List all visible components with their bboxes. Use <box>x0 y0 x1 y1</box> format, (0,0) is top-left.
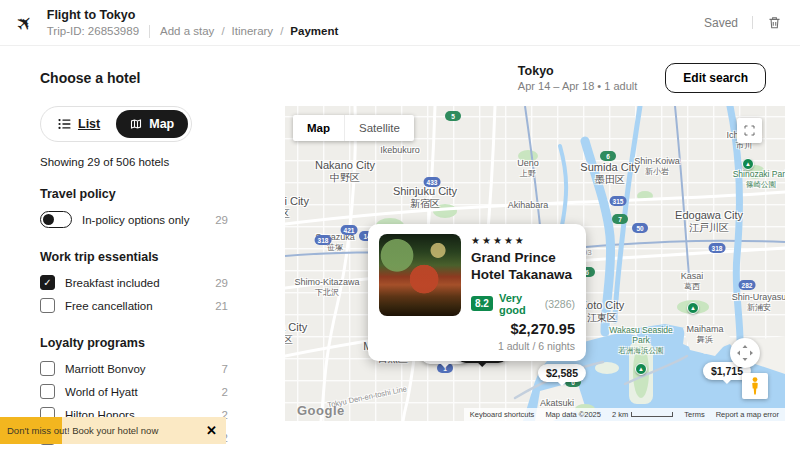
map-type-map-button[interactable]: Map <box>293 115 344 141</box>
star-rating: ★★★★★ <box>471 236 575 246</box>
filter-label: Free cancellation <box>65 300 153 312</box>
view-toggle: List Map <box>40 106 192 142</box>
fullscreen-icon[interactable] <box>737 118 762 143</box>
route-shield: 315 <box>610 196 627 206</box>
route-shield: 282 <box>739 280 756 290</box>
checkbox-checked[interactable]: ✓ <box>40 275 55 290</box>
keyboard-shortcuts-link[interactable]: Keyboard shortcuts <box>470 410 535 419</box>
map-scale: 2 km <box>612 410 673 419</box>
list-icon <box>58 118 71 130</box>
filter-checkbox-row[interactable]: ✓Breakfast included29 <box>40 271 230 294</box>
breadcrumb-item[interactable]: Itinerary <box>232 25 274 37</box>
filter-checkbox-row[interactable]: Marriott Bonvoy7 <box>40 357 230 380</box>
breadcrumb-item[interactable]: Add a stay <box>160 25 214 37</box>
route-shield: 50 <box>632 223 648 233</box>
route-shield: 318 <box>315 235 332 245</box>
review-count: (3286) <box>545 298 575 310</box>
page-title: Choose a hotel <box>40 70 140 86</box>
trash-icon[interactable] <box>767 15 782 30</box>
route-shield: 7 <box>612 214 628 224</box>
filter-label: Breakfast included <box>65 277 160 289</box>
plane-icon[interactable]: ✈ <box>11 10 37 36</box>
filter-count: 29 <box>215 277 230 289</box>
route-shield: 421 <box>341 225 358 235</box>
park-pin-icon: ▲ <box>635 363 647 375</box>
filter-count: 2 <box>222 386 230 398</box>
route-shield: 5 <box>445 111 461 121</box>
price-meta: 1 adult / 6 nights <box>379 340 575 352</box>
filter-count: 29 <box>215 214 230 226</box>
hotel-name: Grand Prince Hotel Takanawa <box>471 250 575 284</box>
park-pin-icon: ▲ <box>742 158 754 170</box>
content: List Map Showing 29 of 506 hotels Travel… <box>0 106 800 449</box>
policy-toggle-row[interactable]: In-policy options only29 <box>40 208 230 231</box>
checkbox[interactable] <box>40 384 55 399</box>
filter-label: Marriott Bonvoy <box>65 363 146 375</box>
park-pin-icon: ▲ <box>687 302 699 314</box>
map-canvas[interactable]: IkebukuroNakano City中野区Shinjuku City新宿区U… <box>285 106 785 421</box>
results-count-text: Showing 29 of <box>40 156 116 168</box>
hotel-price: $2,270.95 <box>379 321 575 337</box>
promo-banner: Don't miss out! Book your hotel now ✕ <box>0 417 226 444</box>
page-head: Choose a hotel Tokyo Apr 14 – Apr 18 • 1… <box>0 46 800 93</box>
map-data-text: Map data ©2025 <box>545 410 601 419</box>
close-icon[interactable]: ✕ <box>206 424 217 437</box>
map-icon <box>130 118 142 130</box>
checkbox[interactable] <box>40 298 55 313</box>
results-summary: Showing 29 of 506 hotels <box>40 156 230 168</box>
filter-count: 7 <box>222 363 230 375</box>
rating-badge: 8.2 <box>471 296 493 311</box>
edit-search-button[interactable]: Edit search <box>665 63 766 93</box>
hotel-photo <box>379 234 461 316</box>
toggle-knob <box>43 214 54 225</box>
google-logo: Google <box>297 403 345 418</box>
breadcrumb: Add a stay/Itinerary/Payment <box>160 25 338 37</box>
saved-status: Saved <box>704 16 738 30</box>
in-policy-toggle[interactable] <box>40 211 72 228</box>
breadcrumb-item[interactable]: Payment <box>290 25 338 37</box>
search-summary: Apr 14 – Apr 18 • 1 adult <box>518 80 637 92</box>
filter-section-title: Work trip essentials <box>40 250 230 264</box>
divider <box>149 25 150 38</box>
map-attribution: Keyboard shortcuts Map data ©2025 2 km T… <box>464 408 785 421</box>
filter-label: In-policy options only <box>82 214 189 226</box>
terms-link[interactable]: Terms <box>684 410 704 419</box>
destination: Tokyo <box>518 64 637 78</box>
filter-label: World of Hyatt <box>65 386 138 398</box>
checkbox[interactable] <box>40 361 55 376</box>
filter-checkbox-row[interactable]: World of Hyatt2 <box>40 380 230 403</box>
pegman-street-view-icon[interactable] <box>742 373 768 399</box>
pan-control-icon[interactable] <box>730 338 760 368</box>
trip-title: Flight to Tokyo <box>47 8 339 22</box>
list-view-label: List <box>78 117 100 131</box>
filter-checkbox-row[interactable]: Free cancellation21 <box>40 294 230 317</box>
route-shield: 6 <box>600 151 616 161</box>
route-shield: 318 <box>709 243 726 253</box>
rating-text: Very good <box>499 292 541 316</box>
report-map-error-link[interactable]: Report a map error <box>716 410 779 419</box>
list-view-button[interactable]: List <box>44 110 114 138</box>
map-type-control: Map Satellite <box>293 115 414 141</box>
hotel-card[interactable]: ★★★★★ Grand Prince Hotel Takanawa 8.2 Ve… <box>368 224 586 361</box>
trip-id: Trip-ID: 26853989 <box>47 25 139 37</box>
breadcrumb-separator: / <box>221 25 224 37</box>
map-view-button[interactable]: Map <box>116 110 188 138</box>
filter-count: 21 <box>215 300 230 312</box>
banner-text: Don't miss out! Book your hotel now <box>0 425 158 436</box>
price-marker[interactable]: $2,585 <box>538 364 586 382</box>
map-type-satellite-button[interactable]: Satellite <box>344 115 414 141</box>
filters-sidebar: List Map Showing 29 of 506 hotels Travel… <box>40 106 230 449</box>
filter-section-title: Travel policy <box>40 187 230 201</box>
map-view-label: Map <box>149 117 174 131</box>
breadcrumb-separator: / <box>280 25 283 37</box>
route-shield: 433 <box>424 177 441 187</box>
divider <box>752 16 753 29</box>
hotels-count-link[interactable]: 506 hotels <box>116 156 169 168</box>
filter-section-title: Loyalty programs <box>40 336 230 350</box>
topbar: ✈ Flight to Tokyo Trip-ID: 26853989 Add … <box>0 0 800 46</box>
